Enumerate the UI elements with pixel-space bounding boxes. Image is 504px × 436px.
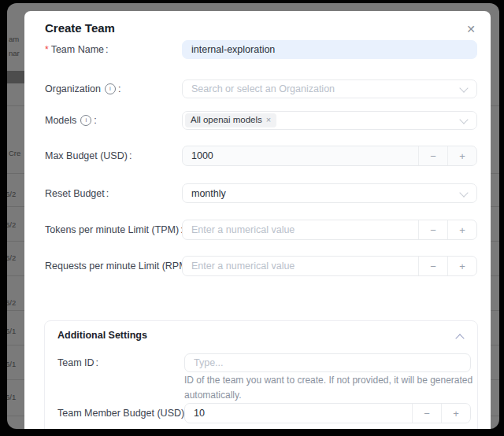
models-row: Models i : All openai models × [24, 111, 491, 130]
model-tag: All openai models × [185, 113, 276, 127]
increment-button[interactable]: + [447, 146, 476, 165]
create-team-modal: Create Team ✕ * Team Name : Organization… [24, 11, 491, 429]
chevron-down-icon [459, 115, 468, 124]
organization-label: Organization i : [45, 79, 120, 98]
organization-select[interactable]: Search or select an Organization [182, 79, 477, 98]
team-name-input[interactable] [182, 40, 477, 59]
chevron-up-icon[interactable] [455, 334, 464, 342]
decrement-button[interactable]: − [412, 404, 441, 423]
team-member-budget-label: Team Member Budget (USD) ? : [57, 403, 205, 423]
required-asterisk: * [45, 44, 49, 55]
decrement-button[interactable]: − [418, 220, 447, 239]
background-text-fragment: Cre [9, 149, 20, 157]
background-text-fragment: 6/2 [7, 253, 16, 262]
tpm-label: Tokens per minute Limit (TPM) : [45, 220, 183, 240]
team-id-label: Team ID : [57, 353, 98, 372]
tpm-row: Tokens per minute Limit (TPM) : − + [24, 220, 491, 240]
team-id-help-text: ID of the team you want to create. If no… [184, 373, 477, 403]
background-dark-row [7, 71, 25, 83]
info-icon: i [80, 115, 91, 126]
organization-placeholder: Search or select an Organization [191, 83, 335, 94]
models-label: Models i : [45, 111, 97, 130]
info-icon: i [105, 83, 116, 94]
increment-button[interactable]: + [441, 404, 470, 423]
reset-budget-value: monthly [191, 188, 226, 199]
app-window: amnarCre6/26/26/26/26/16/16/1 Create Tea… [7, 3, 499, 429]
rpm-label: Requests per minute Limit (RPM) : [45, 256, 195, 276]
organization-row: Organization i : Search or select an Org… [24, 79, 491, 98]
decrement-button[interactable]: − [418, 257, 447, 275]
increment-button[interactable]: + [447, 220, 476, 239]
background-text-fragment: nar [9, 49, 20, 57]
max-budget-row: Max Budget (USD) : − + [24, 146, 491, 166]
team-id-input[interactable] [184, 353, 471, 372]
reset-budget-select[interactable]: monthly [182, 183, 477, 203]
team-name-row: * Team Name : [24, 40, 491, 59]
background-text-fragment: 6/1 [7, 360, 16, 368]
team-name-label: * Team Name : [45, 40, 109, 59]
background-text-fragment: 6/2 [7, 190, 16, 198]
decrement-button[interactable]: − [418, 146, 447, 165]
tag-close-icon[interactable]: × [266, 115, 271, 125]
chevron-down-icon [459, 188, 468, 197]
rpm-row: Requests per minute Limit (RPM) : − + [24, 256, 491, 276]
team-member-budget-input[interactable] [185, 404, 412, 423]
additional-settings-title: Additional Settings [57, 330, 147, 341]
background-text-fragment: 6/2 [7, 298, 16, 307]
background-text-fragment: 6/1 [7, 327, 16, 335]
rpm-input[interactable] [183, 257, 418, 275]
background-text-fragment: am [9, 35, 19, 43]
additional-settings-panel: Additional Settings Team ID : ID of the … [44, 320, 478, 429]
background-text-fragment: 6/1 [7, 393, 16, 401]
reset-budget-label: Reset Budget : [45, 183, 109, 203]
modal-title: Create Team [45, 21, 115, 35]
chevron-down-icon [459, 83, 468, 92]
screenshot-stage: amnarCre6/26/26/26/26/16/16/1 Create Tea… [0, 0, 504, 436]
close-icon[interactable]: ✕ [463, 21, 479, 37]
models-select[interactable]: All openai models × [182, 111, 477, 130]
increment-button[interactable]: + [447, 257, 476, 275]
max-budget-input[interactable] [183, 146, 418, 165]
reset-budget-row: Reset Budget : monthly [24, 183, 491, 203]
background-text-fragment: 6/2 [7, 220, 16, 229]
tpm-input[interactable] [183, 220, 418, 239]
max-budget-label: Max Budget (USD) : [45, 146, 132, 166]
